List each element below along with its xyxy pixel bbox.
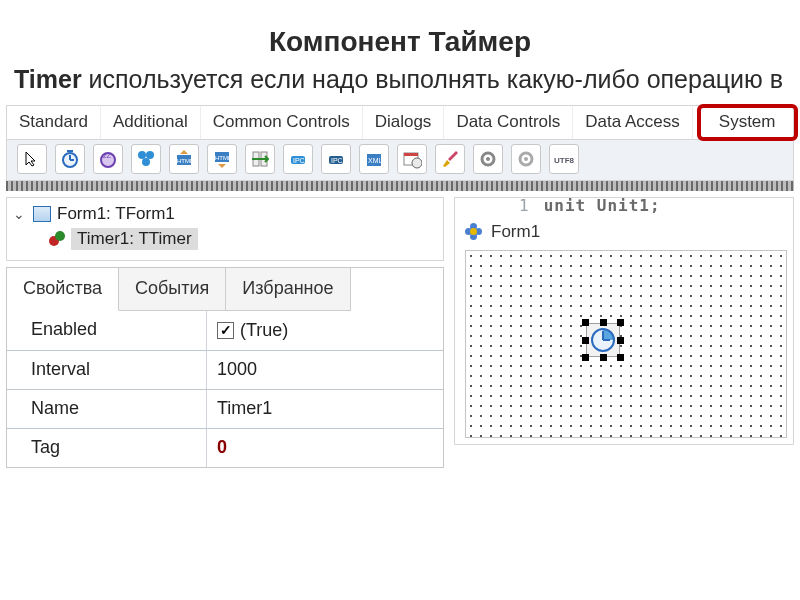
page-subtitle: Timer используется если надо выполнять к… [14,64,786,95]
ipc-server-icon[interactable]: IPC [321,144,351,174]
svg-point-25 [524,157,528,161]
resize-handle[interactable] [600,319,607,326]
file-convert-icon[interactable] [245,144,275,174]
resize-handle[interactable] [617,337,624,344]
svg-point-4 [138,151,146,159]
gear2-icon[interactable] [511,144,541,174]
svg-text:HTML: HTML [215,155,232,161]
svg-text:XML: XML [368,157,383,164]
component-icon [49,231,65,247]
palette-toolbar: zZ HTML HTML IPC IPC XML UTF8 [7,140,793,180]
svg-text:HTML: HTML [177,158,194,164]
object-inspector: Свойства События Избранное Enabled ✓ (Tr… [6,267,444,468]
property-row-tag[interactable]: Tag 0 [7,428,443,467]
idle-timer-icon[interactable]: zZ [93,144,123,174]
process-icon[interactable] [131,144,161,174]
palette-tab-dataaccess[interactable]: Data Access [573,106,693,139]
property-row-name[interactable]: Name Timer1 [7,389,443,428]
resize-handle[interactable] [617,319,624,326]
property-value[interactable]: 1000 [207,351,443,389]
inspector-tab-events[interactable]: События [119,268,226,311]
inspector-tab-properties[interactable]: Свойства [7,268,119,311]
xml-icon[interactable]: XML [359,144,389,174]
ipc-client-icon[interactable]: IPC [283,144,313,174]
svg-point-23 [486,157,490,161]
timer-component[interactable] [586,323,620,357]
svg-point-5 [146,151,154,159]
page-title: Компонент Таймер [0,26,800,58]
utf8-icon[interactable]: UTF8 [549,144,579,174]
clock-icon [591,328,615,352]
designer-caption: Form1 [455,198,793,248]
svg-text:zZ: zZ [103,152,112,159]
brush-icon[interactable] [435,144,465,174]
resize-handle[interactable] [582,319,589,326]
svg-point-21 [412,158,422,168]
property-name: Interval [7,351,207,389]
html-import-icon[interactable]: HTML [207,144,237,174]
resize-handle[interactable] [582,337,589,344]
chevron-down-icon[interactable]: ⌄ [13,206,27,222]
gear-icon[interactable] [473,144,503,174]
form-designer-surface[interactable] [465,250,787,438]
property-row-interval[interactable]: Interval 1000 [7,350,443,389]
property-name: Enabled [7,311,207,350]
palette-tab-dialogs[interactable]: Dialogs [363,106,445,139]
inspector-tab-favorites[interactable]: Избранное [226,268,350,311]
divider-texture [6,181,794,191]
svg-rect-20 [404,153,418,156]
palette-tab-standard[interactable]: Standard [7,106,101,139]
tree-child-label: Timer1: TTimer [71,228,198,250]
timer-icon[interactable] [55,144,85,174]
property-value[interactable]: Timer1 [207,390,443,428]
object-tree: ⌄ Form1: TForm1 Timer1: TTimer [6,197,444,261]
subtitle-strong: Timer [14,65,82,93]
lazarus-icon [465,223,483,241]
palette-tab-additional[interactable]: Additional [101,106,201,139]
property-value[interactable]: ✓ (True) [207,311,443,350]
form-designer-panel: 1unit Unit1; Form1 [454,197,794,445]
property-name: Tag [7,429,207,467]
svg-text:UTF8: UTF8 [554,156,575,165]
svg-text:IPC: IPC [293,157,305,164]
date-edit-icon[interactable] [397,144,427,174]
svg-rect-1 [67,150,73,152]
subtitle-rest: используется если надо выполнять какую-л… [82,65,783,93]
tree-root[interactable]: ⌄ Form1: TForm1 [13,202,437,226]
designer-form-name: Form1 [491,222,540,242]
property-value[interactable]: 0 [207,429,443,467]
tree-child-timer[interactable]: Timer1: TTimer [49,226,437,252]
resize-handle[interactable] [617,354,624,361]
tree-root-label: Form1: TForm1 [57,204,175,224]
svg-point-6 [142,158,150,166]
checkbox-icon[interactable]: ✓ [217,322,234,339]
cursor-icon[interactable] [17,144,47,174]
palette-tabs: Standard Additional Common Controls Dial… [7,106,793,140]
resize-handle[interactable] [582,354,589,361]
palette-tab-datacontrols[interactable]: Data Controls [444,106,573,139]
resize-handle[interactable] [600,354,607,361]
property-row-enabled[interactable]: Enabled ✓ (True) [7,311,443,350]
svg-text:IPC: IPC [331,157,343,164]
palette-tab-system[interactable]: System [697,104,798,141]
property-name: Name [7,390,207,428]
palette-tab-common[interactable]: Common Controls [201,106,363,139]
component-palette: Standard Additional Common Controls Dial… [6,105,794,181]
form-icon [33,206,51,222]
html-export-icon[interactable]: HTML [169,144,199,174]
